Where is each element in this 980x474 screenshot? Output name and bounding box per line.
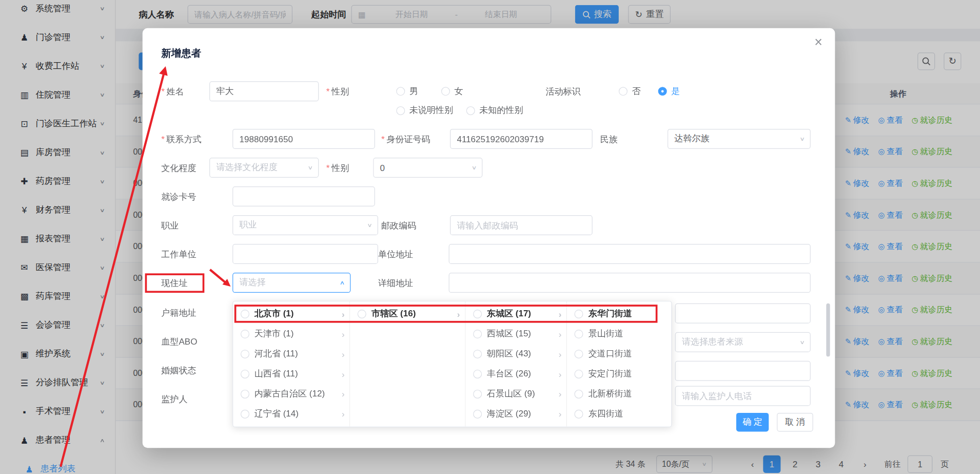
chevron-down-icon: ∨	[367, 222, 373, 229]
card-no-input[interactable]	[232, 186, 375, 206]
radio-icon	[575, 330, 583, 338]
label-text: 活动标识	[545, 86, 580, 96]
modal-scrollbar-thumb[interactable]	[826, 304, 830, 357]
radio-label: 男	[409, 86, 418, 97]
card-no-label: 就诊卡号	[161, 186, 196, 206]
active-flag-radio-no[interactable]: 否	[619, 81, 641, 101]
close-icon[interactable]: ×	[814, 34, 822, 51]
cascader-option-donghuamen[interactable]: 东华门街道	[567, 304, 671, 324]
cascader-option-dongcheng[interactable]: 东城区 (17)›	[465, 304, 566, 324]
cascader-province-column: 北京市 (1)› 天津市 (1)› 河北省 (11)› 山西省 (11)› 内蒙…	[233, 301, 350, 427]
option-label: 河北省 (11)	[254, 348, 337, 359]
postal-input[interactable]	[450, 215, 593, 235]
label-text: 性别	[331, 163, 349, 173]
chevron-right-icon: ›	[559, 369, 562, 379]
cascader-option-chaoyang[interactable]: 朝阳区 (43)›	[465, 344, 566, 364]
chevron-down-icon: ∨	[799, 339, 805, 345]
cascader-street-column: 东华门街道 景山街道 交道口街道 安定门街道 北新桥街道 东四街道	[567, 301, 671, 427]
radio-icon	[241, 330, 249, 338]
radio-icon	[473, 310, 482, 318]
gender2-select[interactable]: 0 ∨	[373, 158, 482, 178]
cascader-option-shanxi[interactable]: 山西省 (11)›	[233, 364, 349, 384]
label-text: 工作单位	[161, 249, 196, 259]
radio-icon	[396, 106, 405, 115]
radio-label: 未知的性别	[479, 105, 523, 117]
radio-label: 未说明性别	[409, 105, 453, 117]
gender2-value: 0	[380, 163, 385, 173]
occupation-placeholder: 职业	[240, 220, 257, 231]
marital-input[interactable]	[675, 361, 811, 381]
chevron-right-icon: ›	[559, 309, 562, 319]
patient-source-select[interactable]: 请选择患者来源 ∨	[675, 332, 811, 352]
address-cascader-panel: 北京市 (1)› 天津市 (1)› 河北省 (11)› 山西省 (11)› 内蒙…	[232, 301, 672, 427]
radio-icon	[241, 370, 249, 378]
option-label: 山西省 (11)	[254, 368, 337, 380]
cascader-option-neimenggu[interactable]: 内蒙古自治区 (12)›	[233, 384, 349, 404]
cancel-button[interactable]: 取 消	[777, 413, 813, 432]
gender-radio-unknown[interactable]: 未知的性别	[466, 101, 523, 121]
radio-icon	[473, 370, 482, 378]
cascader-option-xicheng[interactable]: 西城区 (15)›	[465, 324, 566, 344]
cascader-option-dongsi[interactable]: 东四街道	[567, 404, 671, 424]
radio-icon	[575, 350, 583, 358]
radio-label: 否	[632, 86, 640, 97]
chevron-right-icon: ›	[559, 349, 562, 359]
occupation-select[interactable]: 职业 ∨	[232, 215, 378, 235]
cascader-option-liaoning[interactable]: 辽宁省 (14)›	[233, 404, 349, 424]
cascader-option-hebei[interactable]: 河北省 (11)›	[233, 344, 349, 364]
cascader-option-shijingshan[interactable]: 石景山区 (9)›	[465, 384, 566, 404]
label-text: 姓名	[167, 86, 184, 96]
chevron-right-icon: ›	[342, 389, 345, 399]
cascader-option-jiaodaokou[interactable]: 交道口街道	[567, 344, 671, 364]
option-label: 丰台区 (26)	[487, 368, 554, 380]
active-flag-radio-yes[interactable]: 是	[658, 81, 680, 101]
gender2-label: *性别	[326, 158, 349, 178]
gender-radio-female[interactable]: 女	[441, 81, 463, 101]
add-patient-modal: 新增患者 × *姓名 *性别 男 女 活动标识 否 是 未说明性别 未知的性别 …	[143, 28, 835, 448]
detail-address-input[interactable]	[449, 273, 811, 293]
radio-icon	[358, 310, 366, 318]
cascader-option-tianjin[interactable]: 天津市 (1)›	[233, 324, 349, 344]
cascader-option-shixiaqu[interactable]: 市辖区 (16)›	[350, 304, 465, 324]
label-text: 监护人	[161, 394, 187, 404]
postal-label: 邮政编码	[381, 215, 416, 235]
option-label: 辽宁省 (14)	[254, 408, 337, 420]
gender-radio-male[interactable]: 男	[396, 81, 418, 101]
page: ⚙ 系统管理 ∨ ♟ 门诊管理 ∨ ¥ 收费工作站 ∨ ▥ 住院管理 ∨ ⊡ 门	[0, 0, 980, 474]
current-address-cascader-trigger[interactable]: 请选择 ∧	[232, 273, 350, 293]
id-number-input[interactable]	[450, 129, 593, 149]
ethnicity-value: 达斡尔族	[674, 133, 709, 144]
ethnicity-select[interactable]: 达斡尔族 ∨	[668, 129, 811, 149]
guardian-phone-input[interactable]	[675, 386, 811, 406]
cascader-option-haidian[interactable]: 海淀区 (29)›	[465, 404, 566, 424]
gender-label: *性别	[326, 81, 349, 101]
option-label: 内蒙古自治区 (12)	[254, 388, 337, 400]
chevron-right-icon: ›	[342, 329, 345, 339]
radio-icon	[473, 410, 482, 419]
option-label: 北京市 (1)	[254, 309, 337, 320]
label-text: 身份证号码	[386, 134, 430, 144]
confirm-button[interactable]: 确 定	[736, 413, 769, 432]
name-input[interactable]	[209, 81, 319, 101]
household-address-label: 户籍地址	[161, 303, 196, 323]
cascader-option-beixinqiao[interactable]: 北新桥街道	[567, 384, 671, 404]
label-text: 详细地址	[378, 278, 413, 288]
label-text: 联系方式	[167, 134, 202, 144]
contact-input[interactable]	[232, 129, 375, 149]
chevron-down-icon: ∨	[308, 164, 313, 170]
chevron-right-icon: ›	[342, 309, 345, 319]
cascader-option-andingmen[interactable]: 安定门街道	[567, 364, 671, 384]
education-select[interactable]: 请选择文化程度 ∨	[209, 158, 319, 178]
work-unit-input[interactable]	[232, 244, 378, 264]
cascader-option-beijing[interactable]: 北京市 (1)›	[233, 304, 349, 324]
household-address-input[interactable]	[675, 304, 811, 324]
label-text: 现住址	[161, 278, 187, 288]
cascader-option-jingshan[interactable]: 景山街道	[567, 324, 671, 344]
required-asterisk: *	[161, 134, 165, 144]
cascader-option-fengtai[interactable]: 丰台区 (26)›	[465, 364, 566, 384]
gender-radio-unstated[interactable]: 未说明性别	[396, 101, 453, 121]
unit-address-input[interactable]	[449, 244, 811, 264]
radio-icon	[619, 87, 628, 96]
required-asterisk: *	[326, 86, 330, 96]
radio-icon	[575, 390, 583, 399]
